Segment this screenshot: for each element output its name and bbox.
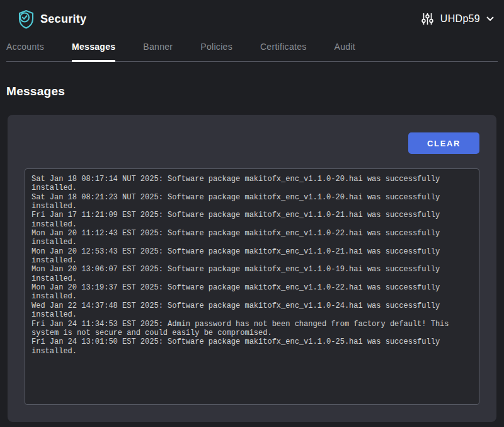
tab-audit[interactable]: Audit (335, 38, 355, 62)
clear-button[interactable]: CLEAR (408, 132, 479, 154)
chevron-down-icon[interactable] (486, 16, 494, 21)
tab-banner[interactable]: Banner (143, 38, 173, 62)
security-tab-bar: Accounts Messages Banner Policies Certif… (6, 38, 498, 62)
tab-certificates[interactable]: Certificates (260, 38, 307, 62)
sliders-icon (421, 12, 434, 26)
shield-check-icon (18, 9, 35, 29)
message-log[interactable]: Sat Jan 18 08:17:14 NUT 2025: Software p… (25, 168, 479, 405)
page-title: Messages (6, 85, 504, 98)
device-name[interactable]: UHDp59 (440, 13, 480, 25)
messages-toolbar: CLEAR (25, 132, 479, 154)
tab-accounts[interactable]: Accounts (6, 38, 44, 62)
device-selector[interactable]: UHDp59 (421, 12, 494, 26)
app-header-left: Security (18, 9, 86, 29)
tab-policies[interactable]: Policies (200, 38, 232, 62)
app-header: Security UHDp59 (0, 0, 504, 38)
tab-messages[interactable]: Messages (72, 38, 115, 62)
messages-panel: CLEAR Sat Jan 18 08:17:14 NUT 2025: Soft… (8, 115, 496, 422)
app-title: Security (40, 13, 86, 26)
